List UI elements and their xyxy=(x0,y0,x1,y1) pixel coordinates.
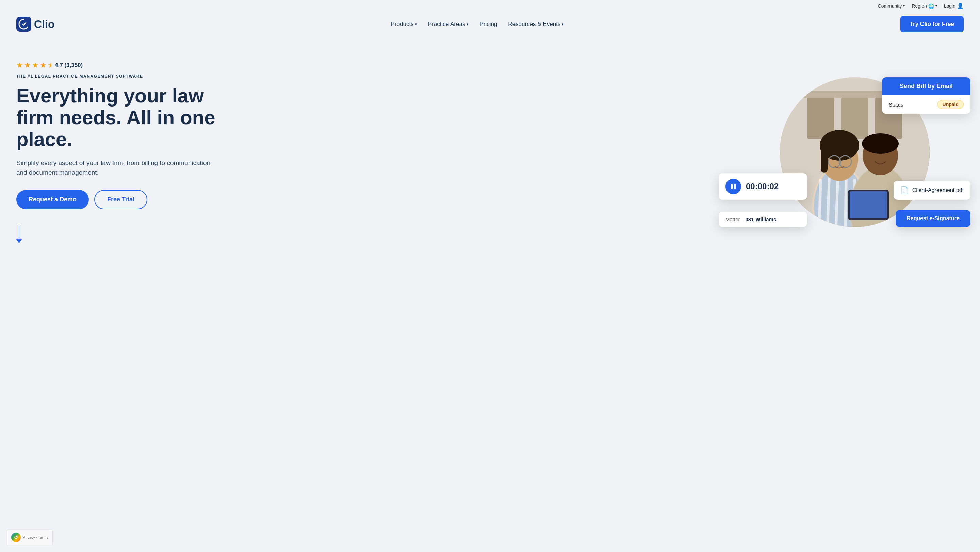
timer-pause-button[interactable] xyxy=(725,179,741,194)
svg-rect-24 xyxy=(850,191,887,218)
resources-nav-link[interactable]: Resources & Events ▾ xyxy=(508,21,564,27)
user-icon: 👤 xyxy=(957,3,964,9)
logo-text: Clio xyxy=(34,18,54,31)
resources-label: Resources & Events xyxy=(508,21,560,27)
hero-subtitle: Simplify every aspect of your law firm, … xyxy=(16,158,221,178)
star-1-icon: ★ xyxy=(16,61,23,70)
pricing-nav-link[interactable]: Pricing xyxy=(479,21,497,27)
hero-title: Everything your law firm needs. All in o… xyxy=(16,85,221,150)
pause-bar-2 xyxy=(734,184,736,189)
top-utility-bar: Community ▾ Region 🌐 ▾ Login 👤 xyxy=(0,0,980,12)
star-4-icon: ★ xyxy=(40,61,47,70)
hero-badge: THE #1 LEGAL PRACTICE MANAGEMENT SOFTWAR… xyxy=(16,74,221,79)
status-row: Status Unpaid xyxy=(882,95,970,114)
region-chevron-icon: ▾ xyxy=(935,4,937,8)
globe-icon: 🌐 xyxy=(928,3,934,9)
hero-section: ★ ★ ★ ★ ★ 4.7 (3,350) THE #1 LEGAL PRACT… xyxy=(0,37,980,275)
community-label: Community xyxy=(878,3,902,9)
pause-bar-1 xyxy=(731,184,733,189)
svg-rect-15 xyxy=(821,145,827,173)
matter-label: Matter xyxy=(725,216,740,222)
recaptcha-text: Privacy · Terms xyxy=(23,535,48,539)
main-navbar: Clio Products ▾ Practice Areas ▾ Pricing… xyxy=(0,12,980,37)
svg-line-9 xyxy=(827,178,829,227)
community-chevron-icon: ▾ xyxy=(903,4,905,8)
hero-title-line3: place. xyxy=(16,128,72,150)
arrow-line xyxy=(19,226,19,239)
signature-card: Request e-Signature xyxy=(896,210,970,227)
hero-title-line2: firm needs. All in one xyxy=(16,106,215,128)
star-rating: ★ ★ ★ ★ ★ xyxy=(16,61,51,70)
login-button[interactable]: Login 👤 xyxy=(944,3,964,9)
login-label: Login xyxy=(944,3,956,9)
svg-line-10 xyxy=(836,178,838,227)
hero-right-visual: 00:00:02 Matter 081-Williams Send Bill b… xyxy=(732,50,964,254)
send-bill-button[interactable]: Send Bill by Email xyxy=(882,77,970,95)
matter-value: 081-Williams xyxy=(746,216,776,222)
nav-links: Products ▾ Practice Areas ▾ Pricing Reso… xyxy=(391,21,564,27)
practice-areas-nav-link[interactable]: Practice Areas ▾ xyxy=(428,21,469,27)
star-3-icon: ★ xyxy=(32,61,39,70)
star-2-icon: ★ xyxy=(24,61,31,70)
hero-title-line1: Everything your law xyxy=(16,84,204,107)
products-label: Products xyxy=(391,21,414,27)
pdf-icon: 📄 xyxy=(900,186,909,194)
timer-display: 00:00:02 xyxy=(746,182,778,191)
matter-card: Matter 081-Williams xyxy=(719,212,807,227)
hero-left-content: ★ ★ ★ ★ ★ 4.7 (3,350) THE #1 LEGAL PRACT… xyxy=(16,61,221,243)
clio-logo-icon xyxy=(16,17,31,32)
svg-line-11 xyxy=(845,178,846,227)
recaptcha-badge: ↺ Privacy · Terms xyxy=(7,530,53,545)
practice-areas-chevron-icon: ▾ xyxy=(466,22,469,27)
svg-line-8 xyxy=(819,179,821,227)
pause-icon xyxy=(731,184,736,189)
rating-row: ★ ★ ★ ★ ★ 4.7 (3,350) xyxy=(16,61,221,70)
resources-chevron-icon: ▾ xyxy=(562,22,564,27)
request-signature-button[interactable]: Request e-Signature xyxy=(896,210,970,227)
arrow-head xyxy=(16,239,22,243)
status-label: Status xyxy=(889,102,904,108)
timer-card: 00:00:02 xyxy=(719,173,807,200)
products-chevron-icon: ▾ xyxy=(415,22,417,27)
free-trial-button[interactable]: Free Trial xyxy=(94,190,147,209)
arrow-down-icon xyxy=(16,226,22,243)
document-name: Client-Agreement.pdf xyxy=(912,187,964,193)
logo-link[interactable]: Clio xyxy=(16,17,54,32)
star-half-icon: ★ xyxy=(48,61,51,70)
pricing-label: Pricing xyxy=(479,21,497,27)
document-card[interactable]: 📄 Client-Agreement.pdf xyxy=(894,181,970,200)
region-label: Region xyxy=(912,3,927,9)
status-badge: Unpaid xyxy=(937,100,964,109)
rating-value: 4.7 (3,350) xyxy=(55,62,83,69)
practice-areas-label: Practice Areas xyxy=(428,21,466,27)
scroll-arrow xyxy=(16,226,221,243)
try-clio-button[interactable]: Try Clio for Free xyxy=(900,16,964,32)
products-nav-link[interactable]: Products ▾ xyxy=(391,21,417,27)
recaptcha-logo-icon: ↺ xyxy=(11,533,21,542)
hero-cta-buttons: Request a Demo Free Trial xyxy=(16,190,221,209)
community-menu[interactable]: Community ▾ xyxy=(878,3,905,9)
send-bill-card: Send Bill by Email Status Unpaid xyxy=(882,77,970,114)
request-demo-button[interactable]: Request a Demo xyxy=(16,190,89,209)
region-menu[interactable]: Region 🌐 ▾ xyxy=(912,3,937,9)
svg-point-22 xyxy=(862,134,899,154)
